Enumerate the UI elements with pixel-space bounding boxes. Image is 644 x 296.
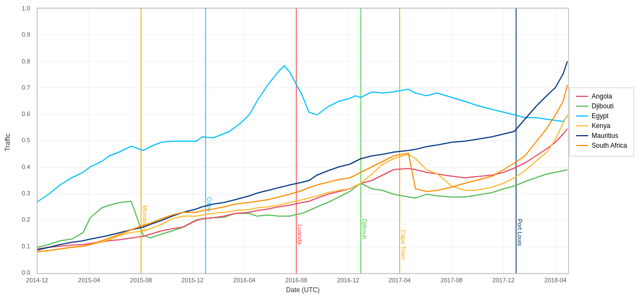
y-tick: 0.6 bbox=[22, 111, 30, 117]
southafrica-legend-line bbox=[576, 145, 588, 146]
egypt-legend-label: Egypt bbox=[592, 112, 608, 120]
x-tick: 2017-04 bbox=[389, 277, 411, 283]
angola-legend-label: Angola bbox=[592, 92, 612, 100]
y-tick: 0.4 bbox=[22, 164, 30, 170]
y-tick: 0.2 bbox=[22, 216, 30, 223]
y-tick: 0.0 bbox=[22, 269, 30, 276]
x-tick: 2016-08 bbox=[285, 277, 307, 283]
southafrica-legend-label: South Africa bbox=[592, 142, 627, 149]
y-tick: 0.5 bbox=[22, 137, 30, 143]
mauritius-legend-line bbox=[576, 135, 588, 136]
capetown-label: Cape Town bbox=[400, 230, 407, 260]
chart-legend: Angola Djibouti Egypt Kenya Mauritius So… bbox=[569, 88, 634, 156]
x-axis-label: Date (UTC) bbox=[286, 286, 319, 294]
egypt-legend-line bbox=[576, 115, 588, 117]
x-tick: 2015-04 bbox=[78, 277, 100, 283]
x-tick: 2015-12 bbox=[182, 277, 203, 283]
kenya-legend-label: Kenya bbox=[592, 122, 610, 130]
djibouti-legend-label: Djibouti bbox=[592, 102, 613, 110]
x-tick: 2014-12 bbox=[26, 277, 48, 283]
y-tick: 0.8 bbox=[22, 58, 30, 65]
y-axis-label: Traffic bbox=[4, 134, 11, 152]
legend-southafrica: South Africa bbox=[576, 142, 627, 149]
x-tick: 2017-08 bbox=[441, 277, 462, 283]
x-tick: 2018-04 bbox=[545, 277, 566, 283]
djibouti-legend-line bbox=[576, 106, 588, 107]
chart-svg: 1.0 0.9 0.8 0.7 0.6 0.5 0.4 0.3 0.2 0.1 … bbox=[0, 0, 644, 296]
x-tick: 2016-04 bbox=[233, 277, 255, 283]
x-tick: 2016-12 bbox=[337, 277, 359, 283]
y-tick: 0.9 bbox=[22, 31, 30, 38]
legend-angola: Angola bbox=[576, 92, 627, 100]
y-tick: 0.7 bbox=[22, 84, 30, 91]
legend-kenya: Kenya bbox=[576, 122, 627, 130]
luanda-label: Luanda bbox=[297, 224, 303, 245]
legend-mauritius: Mauritius bbox=[576, 132, 627, 140]
mauritius-legend-label: Mauritius bbox=[592, 132, 618, 140]
angola-legend-line bbox=[576, 96, 588, 97]
y-tick: 0.3 bbox=[22, 190, 30, 196]
djibouti-label: Djibouti bbox=[361, 219, 368, 239]
x-tick: 2017-12 bbox=[493, 277, 514, 283]
kenya-legend-line bbox=[576, 125, 588, 126]
mombasa-label: Mombasa bbox=[142, 205, 148, 232]
portlouis-label: Port Louis bbox=[517, 219, 523, 246]
y-tick: 0.1 bbox=[22, 243, 30, 249]
x-tick: 2015-08 bbox=[130, 277, 152, 283]
legend-egypt: Egypt bbox=[576, 112, 627, 120]
legend-djibouti: Djibouti bbox=[576, 102, 627, 110]
y-tick: 1.0 bbox=[22, 5, 30, 11]
chart-container: 1.0 0.9 0.8 0.7 0.6 0.5 0.4 0.3 0.2 0.1 … bbox=[0, 0, 644, 296]
